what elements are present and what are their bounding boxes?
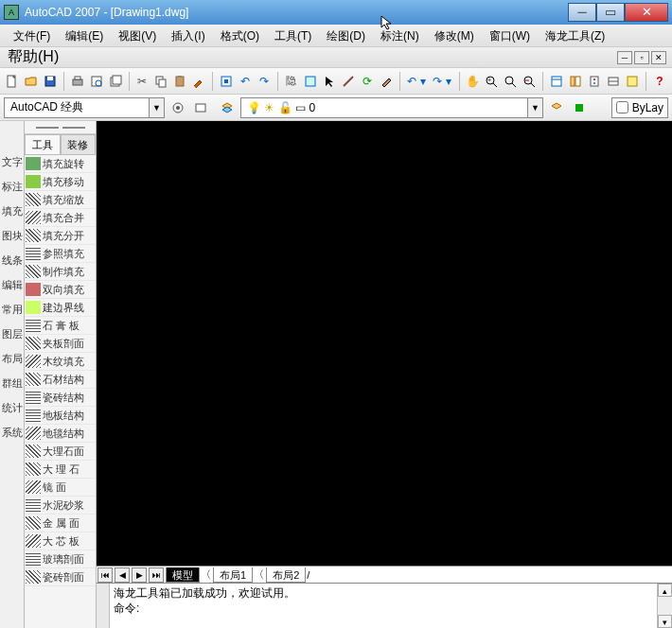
menu-dimension[interactable]: 标注(N) bbox=[373, 26, 427, 46]
sidetab-7[interactable]: 图层 bbox=[2, 325, 23, 342]
drawing-canvas[interactable] bbox=[97, 121, 672, 566]
pointer-button[interactable] bbox=[321, 72, 338, 91]
sidetab-4[interactable]: 线条 bbox=[2, 252, 23, 269]
zoom-prev-button[interactable] bbox=[521, 72, 538, 91]
publish-button[interactable] bbox=[107, 72, 124, 91]
palette-item[interactable]: 木纹填充 bbox=[25, 353, 96, 371]
menu-help[interactable]: 帮助(H) bbox=[6, 47, 59, 67]
palette-item[interactable]: 金 属 面 bbox=[25, 515, 96, 532]
sidetab-5[interactable]: 编辑 bbox=[2, 276, 23, 293]
palette-item[interactable]: 石 膏 板 bbox=[25, 317, 96, 335]
menu-edit[interactable]: 编辑(E) bbox=[58, 26, 111, 46]
hide-button[interactable]: 隐 bbox=[283, 72, 300, 91]
sidetab-11[interactable]: 系统 bbox=[2, 424, 23, 441]
workspace-settings-button[interactable] bbox=[168, 98, 187, 117]
brush-button[interactable] bbox=[378, 72, 395, 91]
menu-modify[interactable]: 修改(M) bbox=[427, 26, 482, 46]
tab-layout2[interactable]: 布局2 bbox=[266, 567, 306, 583]
palette-item[interactable]: 大 芯 板 bbox=[25, 532, 96, 550]
palette-item[interactable]: 填充旋转 bbox=[25, 155, 96, 173]
mdi-restore-button[interactable]: ▫ bbox=[634, 51, 649, 64]
undo-button[interactable]: ↶ bbox=[237, 72, 254, 91]
palette-item[interactable]: 大理石面 bbox=[25, 443, 96, 461]
menu-format[interactable]: 格式(O) bbox=[213, 26, 267, 46]
design-center-button[interactable] bbox=[567, 72, 584, 91]
palette-item[interactable]: 双向填充 bbox=[25, 281, 96, 299]
palette-item[interactable]: 制作填充 bbox=[25, 263, 96, 281]
sidetab-2[interactable]: 填充 bbox=[2, 202, 23, 219]
menu-view[interactable]: 视图(V) bbox=[111, 26, 164, 46]
minimize-button[interactable]: ─ bbox=[568, 3, 596, 22]
tab-nav-next[interactable]: ▶ bbox=[132, 567, 147, 583]
pan-button[interactable]: ✋ bbox=[465, 72, 482, 91]
palette-item[interactable]: 填充分开 bbox=[25, 227, 96, 245]
zoom-realtime-button[interactable]: + bbox=[484, 72, 501, 91]
sidetab-1[interactable]: 标注 bbox=[2, 178, 23, 195]
print-button[interactable] bbox=[69, 72, 86, 91]
workspace-combo[interactable]: AutoCAD 经典 ▼ bbox=[4, 97, 165, 118]
scroll-down-icon[interactable]: ▾ bbox=[658, 615, 672, 628]
command-text[interactable]: 海龙工具箱已加载成功，欢迎试用。 命令: bbox=[110, 584, 657, 628]
zoom-window-button[interactable] bbox=[502, 72, 519, 91]
tab-nav-first[interactable]: ⏮ bbox=[97, 567, 113, 583]
tool-palette-button[interactable] bbox=[586, 72, 603, 91]
palette-item[interactable]: 参照填充 bbox=[25, 245, 96, 263]
menu-insert[interactable]: 插入(I) bbox=[164, 26, 212, 46]
match-prop-button[interactable] bbox=[190, 72, 207, 91]
sidetab-0[interactable]: 文字 bbox=[2, 153, 23, 170]
linetype-combo[interactable]: ByLay bbox=[611, 97, 668, 118]
refresh-button[interactable]: ⟳ bbox=[359, 72, 376, 91]
palette-item[interactable]: 镜 面 bbox=[25, 479, 96, 497]
palette-tab-tool[interactable]: 工具 bbox=[25, 134, 61, 154]
bylayer-checkbox[interactable] bbox=[616, 101, 628, 113]
menu-file[interactable]: 文件(F) bbox=[6, 26, 58, 46]
help-button[interactable]: ? bbox=[651, 72, 668, 91]
sidetab-8[interactable]: 布局 bbox=[2, 350, 23, 367]
layer-prev-button[interactable] bbox=[547, 98, 566, 117]
menu-window[interactable]: 窗口(W) bbox=[482, 26, 538, 46]
layer-iso-button[interactable] bbox=[302, 72, 319, 91]
palette-item[interactable]: 水泥砂浆 bbox=[25, 497, 96, 515]
my-workspace-button[interactable] bbox=[191, 98, 210, 117]
palette-item[interactable]: 地板结构 bbox=[25, 407, 96, 425]
palette-tab-decor[interactable]: 装修 bbox=[61, 134, 97, 154]
palette-item[interactable]: 填充移动 bbox=[25, 173, 96, 191]
palette-item[interactable]: 建边界线 bbox=[25, 299, 96, 317]
print-preview-button[interactable] bbox=[88, 72, 105, 91]
palette-item[interactable]: 玻璃剖面 bbox=[25, 550, 96, 568]
sidetab-10[interactable]: 统计 bbox=[2, 399, 23, 416]
copy-button[interactable] bbox=[152, 72, 169, 91]
properties-button[interactable] bbox=[548, 72, 565, 91]
mdi-minimize-button[interactable]: ─ bbox=[617, 51, 632, 64]
new-button[interactable] bbox=[4, 72, 21, 91]
tab-model[interactable]: 模型 bbox=[166, 567, 200, 583]
close-button[interactable]: ✕ bbox=[625, 3, 668, 22]
sheet-set-button[interactable] bbox=[605, 72, 622, 91]
command-scrollbar[interactable]: ▴ ▾ bbox=[657, 584, 672, 628]
scroll-up-icon[interactable]: ▴ bbox=[658, 584, 672, 597]
sidetab-9[interactable]: 群组 bbox=[2, 375, 23, 392]
palette-item[interactable]: 地毯结构 bbox=[25, 425, 96, 443]
sidetab-3[interactable]: 图块 bbox=[2, 227, 23, 244]
command-grip[interactable] bbox=[97, 584, 110, 628]
layer-manager-button[interactable] bbox=[218, 98, 237, 117]
measure-button[interactable] bbox=[340, 72, 357, 91]
palette-item[interactable]: 大 理 石 bbox=[25, 461, 96, 479]
markup-button[interactable] bbox=[624, 72, 641, 91]
menu-draw[interactable]: 绘图(D) bbox=[319, 26, 373, 46]
menu-tools[interactable]: 工具(T) bbox=[267, 26, 319, 46]
menu-hailong[interactable]: 海龙工具(Z) bbox=[538, 26, 612, 46]
palette-grip[interactable] bbox=[25, 121, 96, 134]
paste-button[interactable] bbox=[171, 72, 188, 91]
save-button[interactable] bbox=[42, 72, 59, 91]
redo-button[interactable]: ↷ bbox=[256, 72, 273, 91]
block-editor-button[interactable] bbox=[218, 72, 235, 91]
palette-item[interactable]: 夹板剖面 bbox=[25, 335, 96, 353]
layer-combo[interactable]: 💡 ☀ 🔓 ▭ 0 ▼ bbox=[240, 97, 543, 118]
sidetab-6[interactable]: 常用 bbox=[2, 301, 23, 318]
palette-item[interactable]: 石材结构 bbox=[25, 371, 96, 389]
palette-item[interactable]: 瓷砖结构 bbox=[25, 389, 96, 407]
tab-nav-last[interactable]: ⏭ bbox=[149, 567, 164, 583]
mdi-close-button[interactable]: ✕ bbox=[651, 51, 666, 64]
cut-button[interactable]: ✂ bbox=[134, 72, 151, 91]
